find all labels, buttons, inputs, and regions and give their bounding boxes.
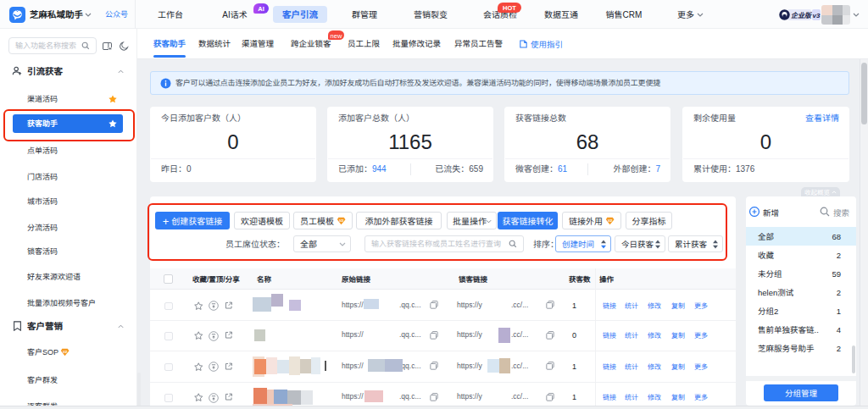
svg-text:V2: V2 <box>63 349 68 354</box>
